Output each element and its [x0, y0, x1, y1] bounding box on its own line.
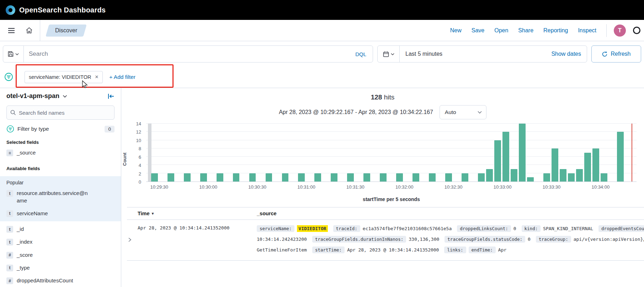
- field-search-input[interactable]: [19, 110, 111, 116]
- field-item-_source[interactable]: ≡_source: [6, 146, 115, 159]
- histogram-bar[interactable]: [363, 173, 370, 182]
- filter-by-type-button[interactable]: Filter by type 0: [6, 125, 115, 133]
- histogram-plot[interactable]: [146, 124, 637, 182]
- app-ring-icon[interactable]: [633, 27, 640, 34]
- histogram-bar[interactable]: [478, 173, 485, 182]
- field-item-_type[interactable]: t_type: [6, 261, 115, 274]
- query-language-button[interactable]: DQL: [349, 46, 373, 62]
- user-avatar[interactable]: T: [614, 25, 626, 37]
- histogram-bar[interactable]: [494, 140, 501, 182]
- app-root: OpenSearch Dashboards Discover: [0, 0, 644, 287]
- histogram-bar[interactable]: [592, 148, 599, 182]
- histogram-bar[interactable]: [445, 173, 452, 182]
- field-name: _type: [17, 264, 30, 271]
- remove-filter-icon[interactable]: ✕: [95, 74, 99, 80]
- menu-button[interactable]: [4, 24, 18, 37]
- date-picker-button[interactable]: [378, 46, 400, 62]
- nav-action-share[interactable]: Share: [518, 27, 533, 34]
- brand-title: OpenSearch Dashboards: [19, 6, 106, 14]
- histogram-bar[interactable]: [167, 173, 174, 182]
- histogram-bar[interactable]: [601, 173, 607, 182]
- field-search-box: [6, 105, 115, 120]
- show-dates-link[interactable]: Show dates: [551, 51, 587, 57]
- field-item-_score[interactable]: #_score: [6, 249, 115, 261]
- histogram-bar[interactable]: [217, 173, 223, 182]
- histogram-bar[interactable]: [543, 173, 550, 182]
- available-fields-header: Available fields: [6, 166, 115, 171]
- source-field-value: SPAN_KIND_INTERNAL: [543, 226, 593, 231]
- expand-row-button[interactable]: [127, 223, 138, 255]
- histogram-bar[interactable]: [560, 169, 566, 182]
- histogram-bar[interactable]: [282, 173, 289, 182]
- content: otel-v1-apm-span: [0, 88, 644, 287]
- histogram-bar[interactable]: [429, 173, 436, 182]
- x-tick-label: 10:30:30: [248, 184, 266, 190]
- histogram-bar[interactable]: [200, 173, 207, 182]
- histogram-bar[interactable]: [568, 173, 575, 182]
- histogram-bar[interactable]: [519, 124, 526, 182]
- y-tick-label: 4: [139, 163, 141, 168]
- home-button[interactable]: [22, 23, 36, 37]
- nav-action-reporting[interactable]: Reporting: [543, 27, 568, 34]
- histogram-bar[interactable]: [552, 148, 558, 182]
- date-picker-group: Last 5 minutes Show dates: [377, 45, 587, 63]
- histogram-bar[interactable]: [380, 173, 387, 182]
- histogram-bar[interactable]: [331, 173, 337, 182]
- filter-pill[interactable]: serviceName: VIDIEDITOR ✕: [25, 71, 103, 83]
- histogram-bar[interactable]: [527, 177, 534, 182]
- collapse-sidebar-icon[interactable]: [108, 93, 115, 99]
- field-item-droppedAttributesCount[interactable]: #droppedAttributesCount: [6, 274, 115, 287]
- time-range-label[interactable]: Last 5 minutes: [400, 51, 551, 57]
- string-type-icon: t: [6, 210, 13, 217]
- histogram-bar[interactable]: [314, 173, 321, 182]
- histogram-bar[interactable]: [462, 173, 468, 182]
- histogram-bar[interactable]: [151, 173, 158, 182]
- chevron-down-icon: [391, 53, 394, 55]
- histogram-bar[interactable]: [617, 132, 624, 182]
- search-icon: [10, 110, 16, 115]
- histogram-bar[interactable]: [298, 173, 305, 182]
- field-item-resource.attributes.service@name[interactable]: tresource.attributes.service@name: [6, 187, 115, 207]
- histogram-bar[interactable]: [576, 169, 583, 182]
- histogram-bar[interactable]: [249, 173, 256, 182]
- nav-action-open[interactable]: Open: [494, 27, 508, 34]
- opensearch-logo-icon: [6, 5, 15, 15]
- nav-action-inspect[interactable]: Inspect: [578, 27, 596, 34]
- histogram-bar[interactable]: [413, 173, 419, 182]
- field-item-_index[interactable]: t_index: [6, 235, 115, 248]
- x-axis-title: startTime per 5 seconds: [146, 196, 637, 202]
- y-axis-title: Count: [122, 136, 127, 182]
- number-type-icon: #: [6, 277, 13, 284]
- nav-action-new[interactable]: New: [450, 27, 462, 34]
- row-source-cell: serviceName:VIDIEDITORtraceId:ec1a3574fb…: [257, 223, 644, 255]
- histogram-bar[interactable]: [266, 173, 272, 182]
- histogram-bar[interactable]: [584, 153, 591, 182]
- field-item-_id[interactable]: t_id: [6, 223, 115, 235]
- saved-query-button[interactable]: [3, 46, 24, 62]
- histogram-bar[interactable]: [486, 169, 493, 182]
- histogram-bar[interactable]: [347, 173, 354, 182]
- histogram-bar[interactable]: [184, 173, 191, 182]
- index-pattern-switcher[interactable]: otel-v1-apm-span: [6, 92, 59, 100]
- time-column-header[interactable]: Time ▾: [138, 211, 257, 216]
- selected-fields-list: ≡_source: [6, 146, 115, 159]
- refresh-button[interactable]: Refresh: [591, 45, 641, 63]
- interval-select[interactable]: Auto: [440, 105, 486, 119]
- gridline: [146, 131, 637, 132]
- histogram-bar[interactable]: [511, 169, 517, 182]
- histogram-bar[interactable]: [233, 173, 240, 182]
- histogram-bar[interactable]: [396, 173, 403, 182]
- chevron-down-icon: [15, 53, 19, 55]
- x-axis-labels: 10:29:3010:30:0010:30:3010:31:0010:31:30…: [146, 184, 637, 192]
- selected-fields-header: Selected fields: [6, 140, 115, 145]
- nav-action-save[interactable]: Save: [472, 27, 484, 34]
- add-filter-link[interactable]: + Add filter: [109, 74, 135, 80]
- hits-label: hits: [384, 93, 395, 101]
- field-item-serviceName[interactable]: tserviceName: [6, 207, 115, 220]
- search-input[interactable]: [24, 46, 349, 62]
- table-body: Apr 28, 2023 @ 10:34:14.241352000service…: [127, 220, 644, 261]
- chevron-down-icon[interactable]: [63, 95, 67, 98]
- histogram-bar[interactable]: [502, 132, 509, 182]
- breadcrumb-discover[interactable]: Discover: [47, 25, 85, 37]
- source-field-value: VIDIEDITOR: [297, 225, 328, 232]
